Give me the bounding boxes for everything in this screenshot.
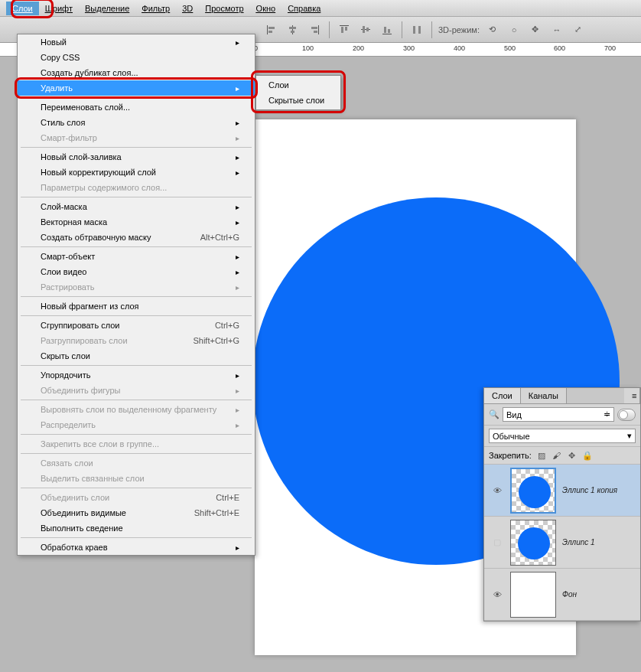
layer-name[interactable]: Фон xyxy=(562,590,577,599)
menu-filter[interactable]: Фильтр xyxy=(135,2,176,15)
layer-thumbnail[interactable] xyxy=(510,572,556,618)
layer-name[interactable]: Эллипс 1 xyxy=(562,538,595,546)
svg-rect-7 xyxy=(311,27,317,29)
layer-item[interactable]: 👁 Эллипс 1 копия xyxy=(484,465,640,517)
menu-rasterize: Растрировать xyxy=(18,279,255,295)
menu-content-options: Параметры содержимого слоя... xyxy=(18,180,255,195)
menu-window[interactable]: Окно xyxy=(250,2,282,15)
menu-ungroup: Разгруппировать слоиShift+Ctrl+G xyxy=(18,333,255,348)
svg-rect-10 xyxy=(341,27,343,33)
filter-type-select[interactable]: Вид≑ xyxy=(503,407,614,422)
menu-new-slice[interactable]: Новый фрагмент из слоя xyxy=(18,298,255,314)
separator xyxy=(431,21,432,38)
menu-matting[interactable]: Обработка краев xyxy=(18,540,255,555)
pan-icon[interactable]: ✥ xyxy=(527,21,544,38)
lock-paint-icon[interactable]: 🖌 xyxy=(552,450,562,461)
menu-smart-object[interactable]: Смарт-объект xyxy=(18,249,255,264)
menu-new[interactable]: Новый xyxy=(18,34,255,50)
scale-icon[interactable]: ⤢ xyxy=(570,21,587,38)
svg-rect-6 xyxy=(318,25,319,34)
menu-help[interactable]: Справка xyxy=(281,2,327,15)
tab-layers[interactable]: Слои xyxy=(484,388,521,403)
svg-rect-5 xyxy=(291,31,294,33)
chevron-down-icon: ▾ xyxy=(627,431,632,441)
align-left-icon[interactable] xyxy=(263,21,280,38)
svg-rect-17 xyxy=(388,29,390,33)
svg-rect-19 xyxy=(418,26,421,34)
layer-list: 👁 Эллипс 1 копия ▢ Эллипс 1 👁 Фон xyxy=(484,465,640,621)
slide-icon[interactable]: ↔ xyxy=(548,21,565,38)
layer-thumbnail[interactable] xyxy=(510,468,556,514)
menu-duplicate[interactable]: Создать дубликат слоя... xyxy=(18,65,255,80)
menu-select-linked: Выделить связанные слои xyxy=(18,471,255,486)
distribute-icon[interactable] xyxy=(408,21,425,38)
layer-name[interactable]: Эллипс 1 копия xyxy=(562,486,617,494)
svg-rect-2 xyxy=(268,31,272,33)
filter-toggle[interactable] xyxy=(617,409,636,421)
align-center-h-icon[interactable] xyxy=(285,21,301,38)
menu-layer-mask[interactable]: Слой-маска xyxy=(18,199,255,214)
menu-new-adjustment[interactable]: Новый корректирующий слой xyxy=(18,165,255,180)
menu-flatten[interactable]: Выполнить сведение xyxy=(18,520,255,536)
svg-rect-16 xyxy=(384,27,386,33)
menu-type[interactable]: Шрифт xyxy=(39,2,79,15)
menu-rename[interactable]: Переименовать слой... xyxy=(18,99,255,115)
delete-submenu: Слои Скрытые слои xyxy=(255,75,341,110)
menu-vector-mask[interactable]: Векторная маска xyxy=(18,214,255,230)
lock-label: Закрепить: xyxy=(489,451,532,460)
menu-layers[interactable]: Слои xyxy=(6,2,39,15)
menu-delete[interactable]: Удалить xyxy=(18,80,255,96)
svg-rect-12 xyxy=(361,29,370,30)
menu-copy-css[interactable]: Copy CSS xyxy=(18,50,255,65)
ruler-tick: 300 xyxy=(403,44,415,52)
menu-combine-shapes: Объединить фигуры xyxy=(18,383,255,398)
svg-rect-11 xyxy=(345,27,347,31)
svg-rect-3 xyxy=(292,25,293,34)
align-bottom-icon[interactable] xyxy=(379,21,395,38)
menu-lock-all: Закрепить все слои в группе... xyxy=(18,436,255,452)
visibility-icon[interactable]: 👁 xyxy=(487,486,507,495)
menu-distribute: Распределить xyxy=(18,417,255,432)
menu-view[interactable]: Просмотр xyxy=(199,2,249,15)
roll-icon[interactable]: ○ xyxy=(506,21,522,38)
lock-all-icon[interactable]: 🔒 xyxy=(582,450,593,461)
menu-new-fill[interactable]: Новый слой-заливка xyxy=(18,149,255,165)
search-icon: 🔍 xyxy=(489,409,499,419)
menubar: Слои Шрифт Выделение Фильтр 3D Просмотр … xyxy=(0,0,641,17)
svg-rect-18 xyxy=(413,26,415,34)
align-top-icon[interactable] xyxy=(336,21,353,38)
ruler-tick: 400 xyxy=(454,44,465,52)
menu-3d[interactable]: 3D xyxy=(176,2,199,15)
tab-channels[interactable]: Каналы xyxy=(521,388,567,403)
chevron-down-icon: ≑ xyxy=(604,409,610,419)
menu-hide[interactable]: Скрыть слои xyxy=(18,348,255,364)
menu-layer-style[interactable]: Стиль слоя xyxy=(18,115,255,130)
menu-clipping-mask[interactable]: Создать обтравочную маскуAlt+Ctrl+G xyxy=(18,230,255,245)
layer-thumbnail[interactable] xyxy=(510,520,556,566)
separator xyxy=(402,21,402,38)
lock-position-icon[interactable]: ✥ xyxy=(567,450,578,461)
layer-item[interactable]: 👁 Фон xyxy=(484,569,640,621)
visibility-icon[interactable]: 👁 xyxy=(487,590,507,599)
submenu-hidden-layers[interactable]: Скрытые слои xyxy=(256,93,340,108)
menu-video-layers[interactable]: Слои видео xyxy=(18,264,255,279)
panel-menu-icon[interactable]: ≡ xyxy=(624,388,640,403)
submenu-layers[interactable]: Слои xyxy=(256,77,340,93)
lock-transparency-icon[interactable]: ▨ xyxy=(536,450,547,461)
ruler-tick: 700 xyxy=(604,44,616,52)
svg-rect-0 xyxy=(267,25,268,34)
align-right-icon[interactable] xyxy=(306,21,323,38)
menu-arrange[interactable]: Упорядочить xyxy=(18,367,255,383)
menu-group[interactable]: Сгруппировать слоиCtrl+G xyxy=(18,318,255,333)
menu-link: Связать слои xyxy=(18,455,255,471)
menu-select[interactable]: Выделение xyxy=(79,2,135,15)
align-middle-icon[interactable] xyxy=(357,21,374,38)
ruler-tick: 600 xyxy=(554,44,565,52)
svg-rect-14 xyxy=(366,28,369,31)
layer-item[interactable]: ▢ Эллипс 1 xyxy=(484,517,640,569)
lock-row: Закрепить: ▨ 🖌 ✥ 🔒 xyxy=(484,447,640,465)
orbit-icon[interactable]: ⟲ xyxy=(484,21,501,38)
blend-mode-select[interactable]: Обычные▾ xyxy=(489,429,636,443)
menu-merge-visible[interactable]: Объединить видимыеShift+Ctrl+E xyxy=(18,505,255,520)
visibility-icon[interactable]: ▢ xyxy=(487,537,507,547)
